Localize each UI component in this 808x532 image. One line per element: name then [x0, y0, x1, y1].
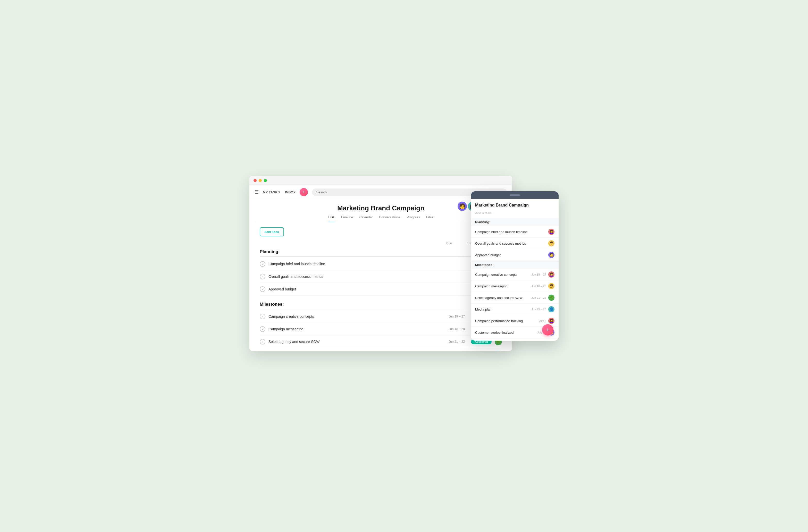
side-task-date: Jun 25 – 26	[532, 308, 547, 311]
project-title: Marketing Brand Campaign	[337, 204, 424, 212]
minimize-button[interactable]	[259, 179, 262, 182]
task-check-icon[interactable]: ✓	[260, 286, 265, 292]
table-row[interactable]: ✓ Approved budget Approved 🧑	[260, 283, 502, 296]
task-name: Approved budget	[269, 287, 444, 291]
avatar: 🧑	[548, 252, 554, 258]
tab-progress[interactable]: Progress	[407, 215, 420, 222]
add-button[interactable]: +	[300, 188, 308, 196]
side-task-name: Campaign messaging	[475, 284, 532, 288]
maximize-button[interactable]	[264, 179, 267, 182]
side-task-name: Customer stories finalized	[475, 330, 537, 335]
side-section-milestones: Milestones:	[471, 261, 558, 269]
table-row[interactable]: ✓ Campaign creative concepts Jun 19 – 27…	[260, 310, 502, 323]
section-milestones-title: Milestones:	[260, 300, 502, 309]
table-row[interactable]: ✓ Campaign messaging Jun 18 – 20 Approve…	[260, 323, 502, 336]
close-button[interactable]	[254, 179, 257, 182]
side-task-name: Campaign performance tracking	[475, 319, 539, 323]
side-task-date: July 3	[539, 319, 546, 322]
list-item[interactable]: Overall goals and success metrics 👩	[471, 238, 558, 249]
task-check-icon[interactable]: ✓	[260, 314, 265, 319]
list-item[interactable]: Campaign brief and launch timeline 👩‍🦱	[471, 226, 558, 238]
inbox-link[interactable]: INBOX	[285, 190, 295, 194]
task-name: Overall goals and success metrics	[269, 274, 444, 279]
table-row[interactable]: ✓ Select agency and secure SOW Jun 21 – …	[260, 336, 502, 348]
task-check-icon[interactable]: ✓	[260, 274, 265, 279]
title-bar	[250, 176, 512, 185]
tab-bar: List Timeline Calendar Conversations Pro…	[255, 212, 507, 222]
tab-timeline[interactable]: Timeline	[341, 215, 353, 222]
side-task-name: Overall goals and success metrics	[475, 242, 548, 245]
side-panel-title: Marketing Brand Campaign	[471, 199, 558, 210]
side-task-name: Media plan	[475, 307, 532, 311]
side-task-name: Campaign creative concepts	[475, 273, 532, 277]
list-item[interactable]: Select agency and secure SOW Jun 21 – 22…	[471, 292, 558, 304]
task-name: Campaign messaging	[269, 327, 444, 331]
side-task-date: Jun 18 – 20	[532, 285, 547, 288]
side-task-date: Jun 21 – 22	[532, 296, 547, 299]
task-name: Campaign creative concepts	[269, 315, 444, 319]
avatar: 👩	[548, 283, 554, 289]
list-item[interactable]: Approved budget 🧑	[471, 249, 558, 261]
tab-calendar[interactable]: Calendar	[359, 215, 373, 222]
table-row[interactable]: ✓ Overall goals and success metrics Appr…	[260, 270, 502, 283]
side-section-planning: Planning:	[471, 218, 558, 226]
side-add-task-input[interactable]: Add a task...	[471, 210, 558, 218]
side-panel-drag-bar	[471, 191, 558, 199]
task-name: Campaign brief and launch timeline	[269, 262, 444, 266]
avatar: 👤	[548, 306, 554, 312]
task-date: Jun 18 – 20	[444, 327, 465, 331]
task-check-icon[interactable]: ✓	[260, 326, 265, 332]
task-date: Jun 21 – 22	[444, 340, 465, 343]
side-task-name: Approved budget	[475, 253, 548, 257]
my-tasks-link[interactable]: MY TASKS	[263, 190, 280, 194]
fab-button[interactable]: +	[542, 324, 553, 336]
table-row[interactable]: ✓ Media plan Jun 25 – 26 In progress 👤	[260, 348, 502, 351]
avatar: 👩‍🦱	[548, 271, 554, 278]
side-task-name: Select agency and secure SOW	[475, 296, 532, 300]
task-check-icon[interactable]: ✓	[260, 261, 265, 267]
table-header: Due Status	[260, 242, 502, 247]
avatar: 👩	[548, 240, 554, 246]
tab-conversations[interactable]: Conversations	[379, 215, 400, 222]
menu-icon[interactable]: ☰	[255, 189, 259, 195]
tab-files[interactable]: Files	[426, 215, 433, 222]
avatar: 👩‍🦱	[548, 229, 554, 235]
task-check-icon[interactable]: ✓	[260, 339, 265, 344]
avatar: 🌿	[548, 294, 554, 301]
table-row[interactable]: ✓ Campaign brief and launch timeline App…	[260, 258, 502, 270]
side-task-date: Jun 19 – 27	[532, 273, 547, 276]
section-planning-title: Planning:	[260, 247, 502, 257]
nav-links: MY TASKS INBOX	[263, 190, 295, 194]
task-date: Jun 19 – 27	[444, 315, 465, 318]
task-name: Select agency and secure SOW	[269, 340, 444, 344]
list-item[interactable]: Campaign creative concepts Jun 19 – 27 👩…	[471, 269, 558, 281]
due-column-header: Due	[446, 242, 452, 245]
side-task-name: Campaign brief and launch timeline	[475, 230, 548, 234]
tab-list[interactable]: List	[328, 215, 334, 222]
list-item[interactable]: Media plan Jun 25 – 26 👤	[471, 304, 558, 315]
avatar-1[interactable]: 🧑	[458, 202, 467, 211]
side-panel: Marketing Brand Campaign Add a task... P…	[471, 191, 558, 341]
drag-handle[interactable]	[510, 194, 520, 196]
avatar: 👩‍🦱	[548, 318, 554, 324]
list-item[interactable]: Campaign messaging Jun 18 – 20 👩	[471, 281, 558, 292]
add-task-button[interactable]: Add Task	[260, 227, 284, 236]
